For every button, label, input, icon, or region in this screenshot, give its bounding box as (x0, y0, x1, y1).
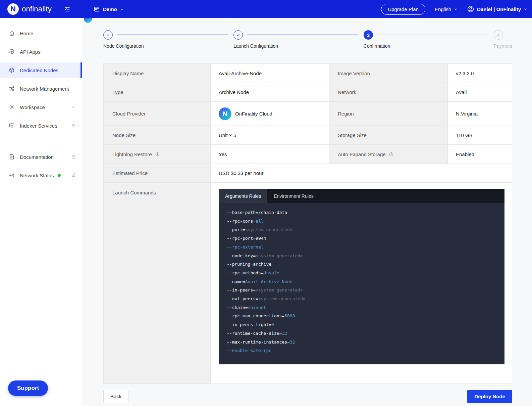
node-summary-table: Display Name Avail-Archive-Node Image Ve… (103, 63, 512, 384)
status-online-dot (58, 174, 61, 177)
sidebar-item-indexer-services[interactable]: Indexer Services (0, 118, 82, 133)
top-navbar: N onfinality Demo Upgrade Plan English D… (0, 0, 532, 18)
sidebar-item-documentation[interactable]: Documentation (0, 149, 82, 165)
tab-environment-rules[interactable]: Environment Rules (267, 189, 320, 203)
chevron-down-icon (72, 105, 76, 109)
onfinality-logo-icon: N (7, 3, 19, 15)
code-line: --node-key=<system generated> (227, 252, 496, 260)
navbar-divider (82, 4, 82, 14)
main-content: Node Configuration Launch Configuration … (82, 18, 532, 406)
code-line: --out-peers=<system generated> (227, 295, 496, 303)
wizard-footer: Back Deploy Node (103, 390, 512, 403)
code-line: --rpc-methods=Unsafe (227, 269, 496, 277)
row-value: Archive Node (211, 83, 329, 101)
step-launch-configuration[interactable]: Launch Configuration (233, 30, 364, 49)
back-button[interactable]: Back (103, 390, 128, 403)
row-value: Yes (211, 145, 329, 164)
row-value: 110 GB (448, 126, 512, 144)
gear-icon (9, 104, 15, 110)
sidebar-item-dedicated-nodes[interactable]: Dedicated Nodes (0, 62, 82, 78)
step-number: 3 (364, 30, 373, 40)
upgrade-plan-button[interactable]: Upgrade Plan (381, 4, 425, 15)
chevron-down-icon (120, 7, 124, 11)
tab-arguments-rules[interactable]: Arguments Rules (219, 189, 267, 203)
row-label: Display Name (104, 64, 211, 83)
onfinality-logo-text: onfinality (22, 5, 52, 13)
language-label: English (435, 6, 451, 12)
indexer-services-icon (9, 123, 15, 129)
chevron-down-icon (524, 7, 527, 11)
chevron-down-icon (454, 7, 458, 11)
workspace-icon (94, 6, 100, 12)
external-link-icon (71, 123, 76, 128)
external-link-icon (71, 173, 76, 178)
row-value: Enabled (448, 145, 512, 164)
row-value: Unit × 5 (211, 126, 329, 144)
sidebar-item-network-management[interactable]: Network Management (0, 81, 82, 96)
broadcast-icon (9, 172, 15, 178)
code-line: --rpc-max-connections=5000 (227, 312, 496, 320)
row-label: Image Version (329, 64, 448, 83)
language-selector[interactable]: English (435, 6, 458, 12)
row-label: Node Size (104, 126, 211, 144)
row-label: Auto Expand Storage (329, 145, 448, 164)
code-line: --name=Avail-Archive-Node (227, 277, 496, 286)
step-connector (247, 35, 358, 35)
sidebar-item-workspace[interactable]: Workspace (0, 99, 82, 115)
code-tab-bar: Arguments Rules Environment Rules (219, 189, 504, 203)
code-line: --chain=mainnet (227, 303, 496, 312)
code-line: --base-path=/chain-data (227, 208, 496, 217)
step-connector (117, 35, 228, 35)
support-button[interactable]: Support (8, 380, 48, 396)
step-node-configuration[interactable]: Node Configuration (103, 30, 233, 49)
onfinality-cloud-logo: N (219, 107, 231, 120)
info-icon[interactable] (155, 152, 160, 157)
code-line: --in-peers=<system generated> (227, 286, 496, 295)
row-value: USD $0.33 per hour (211, 164, 512, 182)
page-title-icon (84, 18, 92, 23)
step-connector (377, 35, 488, 35)
code-line: --enable-kate-rpc (227, 346, 496, 355)
api-apps-icon (9, 49, 15, 55)
sidebar-item-home[interactable]: Home (0, 26, 82, 41)
sidebar-item-api-apps[interactable]: API Apps (0, 44, 82, 59)
step-check-icon (233, 30, 243, 40)
code-line: --runtime-cache-size=32 (227, 329, 496, 338)
code-line: --pruning=archive (227, 260, 496, 269)
code-line: --rpc-external (227, 243, 496, 252)
user-menu[interactable]: Daniel | OnFinality (467, 5, 527, 13)
step-check-icon (103, 30, 113, 40)
workspace-selector[interactable]: Demo (94, 6, 124, 12)
row-label: Launch Commands (104, 183, 211, 384)
table-row: Cloud Provider N OnFinality Cloud Region… (104, 102, 512, 126)
step-payment[interactable]: 4 Payment (494, 30, 512, 49)
navbar-right: Upgrade Plan English Daniel | OnFinality (381, 4, 532, 15)
row-label: Storage Size (329, 126, 448, 144)
row-value: Arguments Rules Environment Rules --base… (211, 183, 513, 384)
row-value: N OnFinality Cloud (211, 102, 329, 126)
provider-name: OnFinality Cloud (235, 111, 272, 117)
sidebar-item-network-status[interactable]: Network Status (0, 168, 82, 183)
step-number: 4 (494, 30, 503, 40)
row-value: Avail (448, 83, 512, 101)
sidebar-divider (5, 141, 76, 141)
launch-commands-panel: Arguments Rules Environment Rules --base… (219, 189, 504, 364)
sidebar-collapse-icon[interactable] (64, 6, 70, 12)
row-label: Cloud Provider (104, 102, 211, 126)
cube-icon (9, 67, 15, 73)
row-label: Region (329, 102, 448, 126)
row-label: Lightning Restore (104, 145, 211, 164)
row-value: N.Virginia (448, 102, 512, 126)
document-icon (9, 154, 15, 160)
table-row: Node Size Unit × 5 Storage Size 110 GB (104, 126, 512, 145)
row-label: Estimated Price (104, 164, 211, 182)
avatar-icon (467, 5, 474, 13)
table-row: Display Name Avail-Archive-Node Image Ve… (104, 64, 512, 83)
step-confirmation[interactable]: 3 Confirmation (364, 30, 494, 49)
info-icon[interactable] (389, 152, 394, 157)
onfinality-logo[interactable]: N onfinality (7, 3, 52, 15)
row-label: Network (329, 83, 448, 101)
deploy-node-button[interactable]: Deploy Node (467, 390, 512, 403)
home-icon (9, 30, 15, 36)
deploy-stepper: Node Configuration Launch Configuration … (103, 30, 512, 49)
